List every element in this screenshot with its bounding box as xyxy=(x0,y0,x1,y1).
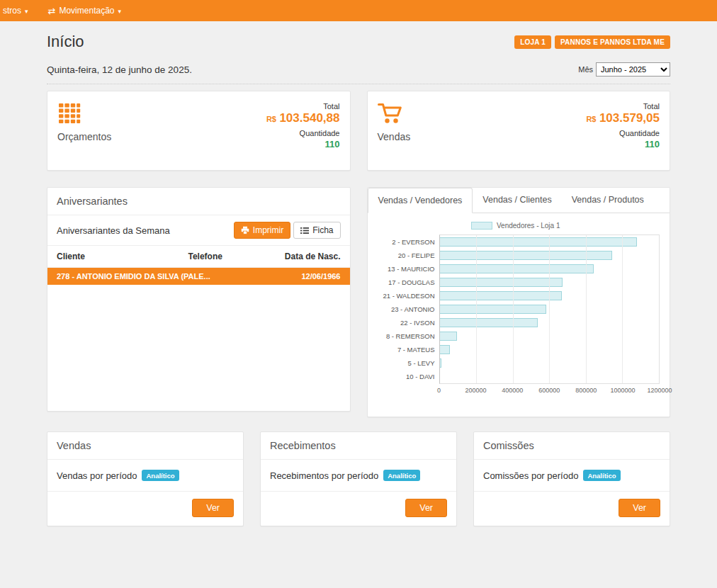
chart-gridline xyxy=(513,235,514,383)
chart-bar xyxy=(440,332,458,341)
sales-chart-card: Vendas / Vendedores Vendas / Clientes Ve… xyxy=(367,187,671,417)
nav-item-label: Movimentação xyxy=(59,6,114,16)
chart-category-label: 8 - REMERSON xyxy=(372,329,439,343)
card-title: Vendas xyxy=(47,432,243,460)
ver-vendas-button[interactable]: Ver xyxy=(192,499,234,517)
chart-xtick-label: 1200000 xyxy=(647,387,672,394)
chart-bar xyxy=(440,264,594,273)
card-body-text: Recebimentos por período xyxy=(270,470,378,481)
aniversariantes-card: Aniversariantes Aniversariantes da Seman… xyxy=(47,187,351,412)
chart-legend[interactable]: Vendedores - Loja 1 xyxy=(372,222,660,230)
vendas-card: Vendas Total R$ 103.579,05 Quantidade 11… xyxy=(367,91,671,171)
chart-xtick-label: 400000 xyxy=(502,387,523,394)
orcamentos-card: Orçamentos Total R$ 103.540,88 Quantidad… xyxy=(47,91,351,171)
company-badge[interactable]: PANNOS E PANNOS LTDA ME xyxy=(555,35,670,49)
column-data-nasc: Data de Nasc. xyxy=(273,251,341,261)
card-title: Recebimentos xyxy=(261,432,456,460)
currency-symbol: R$ xyxy=(266,115,276,123)
tab-vendas-clientes[interactable]: Vendas / Clientes xyxy=(473,188,561,213)
ver-comissoes-button[interactable]: Ver xyxy=(619,499,660,517)
card-body: Vendas por período Analítico xyxy=(47,460,243,492)
column-telefone: Telefone xyxy=(188,251,273,261)
chart-xticks: 020000040000060000080000010000001200000 xyxy=(439,384,660,395)
card-body: Recebimentos por período Analítico xyxy=(261,460,456,492)
chart-category-label: 21 - WALDESON xyxy=(372,289,439,303)
quantity-value: 110 xyxy=(586,139,660,149)
nav-item-movimentacao[interactable]: ⇄ Movimentação ▾ xyxy=(40,0,130,21)
chart-category-label: 20 - FELIPE xyxy=(372,249,439,262)
chart-category-label: 7 - MATEUS xyxy=(372,343,439,356)
caret-down-icon: ▾ xyxy=(25,8,28,15)
ver-recebimentos-button[interactable]: Ver xyxy=(405,499,447,517)
month-picker: Mês Junho - 2025 xyxy=(578,62,670,77)
chart-category-label: 5 - LEVY xyxy=(372,356,439,370)
chart-bar xyxy=(440,278,563,287)
chart-xtick-label: 800000 xyxy=(575,387,597,394)
imprimir-button[interactable]: Imprimir xyxy=(234,222,290,239)
total-amount: 103.540,88 xyxy=(279,111,339,125)
chart-category-label: 23 - ANTONIO xyxy=(372,303,439,316)
title-row: Início LOJA 1 PANNOS E PANNOS LTDA ME xyxy=(47,33,670,51)
total-amount: 103.579,05 xyxy=(599,111,660,125)
column-cliente: Cliente xyxy=(57,251,188,261)
total-value: R$ 103.579,05 xyxy=(586,111,660,125)
page-title: Início xyxy=(47,33,84,51)
nav-item-cadastros[interactable]: stros ▾ xyxy=(0,0,37,21)
month-select[interactable]: Junho - 2025 xyxy=(596,62,670,77)
tab-vendas-produtos[interactable]: Vendas / Produtos xyxy=(562,188,654,213)
comissoes-periodo-card: Comissões Comissões por período Analític… xyxy=(473,431,670,526)
ficha-button[interactable]: Ficha xyxy=(293,222,340,239)
chart-labels: 2 - EVERSON20 - FELIPE13 - MAURICIO17 - … xyxy=(372,234,439,384)
legend-label: Vendedores - Loja 1 xyxy=(497,222,560,230)
dotted-separator xyxy=(47,84,670,84)
store-badge[interactable]: LOJA 1 xyxy=(514,35,551,49)
aniversariantes-toolbar: Aniversariantes da Semana Imprimir xyxy=(47,215,350,246)
card-title: Comissões xyxy=(474,432,670,460)
tab-vendas-vendedores[interactable]: Vendas / Vendedores xyxy=(368,188,473,213)
ficha-button-label: Ficha xyxy=(312,225,333,235)
chart-tabs: Vendas / Vendedores Vendas / Clientes Ve… xyxy=(368,188,670,213)
vendas-periodo-card: Vendas Vendas por período Analítico Ver xyxy=(47,431,244,526)
caret-down-icon: ▾ xyxy=(118,8,122,15)
chart-bar xyxy=(440,237,638,247)
card-footer: Ver xyxy=(474,492,670,526)
chart-category-label: 22 - IVSON xyxy=(372,316,439,329)
chart-xtick-label: 0 xyxy=(437,387,441,394)
analitico-badge: Analítico xyxy=(383,470,420,481)
card-body-text: Comissões por período xyxy=(483,470,578,481)
current-date: Quinta-feira, 12 de junho de 2025. xyxy=(47,64,192,75)
exchange-icon: ⇄ xyxy=(48,6,56,16)
analitico-badge: Analítico xyxy=(583,470,620,481)
quantity-label: Quantidade xyxy=(586,129,660,137)
chart-category-label: 2 - EVERSON xyxy=(372,235,439,249)
chart-plot xyxy=(439,234,660,384)
total-label: Total xyxy=(266,102,340,111)
analitico-badge: Analítico xyxy=(142,470,179,481)
header-badges: LOJA 1 PANNOS E PANNOS LTDA ME xyxy=(514,35,670,49)
card-footer: Ver xyxy=(261,492,456,526)
chart-bar xyxy=(440,318,538,327)
quantity-label: Quantidade xyxy=(266,129,340,137)
chart-category-label: 10 - DAVI xyxy=(372,370,439,383)
recebimentos-periodo-card: Recebimentos Recebimentos por período An… xyxy=(260,431,457,526)
chart-gridline xyxy=(586,235,587,383)
birthday-row[interactable]: 278 - ANTONIO EMIDIO DA SILVA (PALE... 1… xyxy=(47,268,350,285)
date-row: Quinta-feira, 12 de junho de 2025. Mês J… xyxy=(47,62,670,77)
legend-swatch xyxy=(471,222,492,230)
aniversariantes-buttons: Imprimir Ficha xyxy=(234,222,341,239)
main-content: Início LOJA 1 PANNOS E PANNOS LTDA ME Qu… xyxy=(47,21,670,526)
card-body: Comissões por período Analítico xyxy=(474,460,670,492)
card-title: Vendas xyxy=(378,131,411,142)
card-body-text: Vendas por período xyxy=(57,470,137,481)
card-footer: Ver xyxy=(47,492,243,526)
chart-bar xyxy=(440,345,451,354)
orcamentos-card-left: Orçamentos xyxy=(57,102,111,162)
nav-item-label: stros xyxy=(3,6,21,16)
chart-gridline xyxy=(476,235,477,383)
chart-category-label: 13 - MAURICIO xyxy=(372,262,439,276)
chart-body: Vendedores - Loja 1 2 - EVERSON20 - FELI… xyxy=(368,213,670,399)
vendas-card-totals: Total R$ 103.579,05 Quantidade 110 xyxy=(586,102,660,162)
imprimir-button-label: Imprimir xyxy=(253,225,283,235)
printer-icon xyxy=(241,226,249,234)
cart-icon xyxy=(378,102,411,125)
